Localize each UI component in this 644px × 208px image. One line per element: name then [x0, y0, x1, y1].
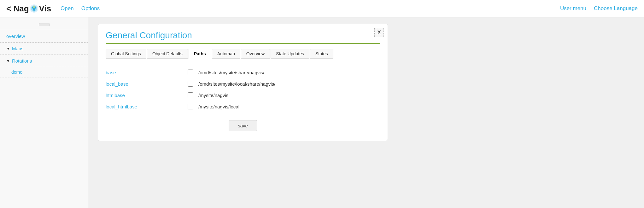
- close-button[interactable]: X: [374, 28, 384, 37]
- tab-state-updates[interactable]: State Updates: [271, 49, 309, 59]
- form-row: base/omd/sites/mysite/share/nagvis/: [106, 70, 380, 75]
- field-label-local_htmlbase: local_htmlbase: [106, 104, 188, 109]
- field-value-htmlbase: /mysite/nagvis: [198, 93, 228, 98]
- field-value-base: /omd/sites/mysite/share/nagvis/: [198, 70, 264, 75]
- logo[interactable]: < Nag Vis: [6, 3, 51, 14]
- field-checkbox-htmlbase[interactable]: [188, 92, 193, 98]
- form-row: local_base/omd/sites/mysite/local/share/…: [106, 81, 380, 87]
- field-value-local_htmlbase: /mysite/nagvis/local: [198, 104, 239, 109]
- logo-text-right: Vis: [39, 4, 51, 14]
- form-row: htmlbase/mysite/nagvis: [106, 92, 380, 98]
- svg-point-4: [33, 9, 35, 11]
- field-checkbox-local_base[interactable]: [188, 81, 193, 87]
- choose-language-link[interactable]: Choose Language: [594, 5, 638, 12]
- top-navigation: < Nag Vis Open Options User menu Choose …: [0, 0, 644, 17]
- options-menu[interactable]: Options: [81, 5, 100, 12]
- field-checkbox-local_htmlbase[interactable]: [188, 104, 193, 109]
- tab-automap[interactable]: Automap: [212, 49, 240, 59]
- sidebar-tab-bar: [5, 23, 83, 26]
- user-menu-link[interactable]: User menu: [560, 5, 586, 12]
- form-area: base/omd/sites/mysite/share/nagvis/local…: [106, 66, 380, 118]
- form-row: local_htmlbase/mysite/nagvis/local: [106, 104, 380, 109]
- tab-paths[interactable]: Paths: [189, 49, 211, 59]
- field-label-htmlbase: htmlbase: [106, 93, 188, 98]
- sidebar-maps-label: Maps: [12, 46, 24, 51]
- sidebar-rotations-label: Rotations: [12, 58, 32, 64]
- tabs-bar: Global SettingsObject DefaultsPathsAutom…: [106, 49, 380, 59]
- sidebar-section-maps[interactable]: ▼ Maps: [0, 43, 88, 55]
- config-title-divider: [106, 43, 380, 44]
- main-content: X General Configuration Global SettingsO…: [88, 17, 644, 208]
- field-checkbox-base[interactable]: [188, 70, 193, 75]
- tab-global-settings[interactable]: Global Settings: [106, 49, 146, 59]
- sidebar-top: [0, 21, 88, 30]
- main-layout: overview ▼ Maps ▼ Rotations demo X Gener…: [0, 17, 644, 208]
- tab-states[interactable]: States: [310, 49, 333, 59]
- sidebar: overview ▼ Maps ▼ Rotations demo: [0, 17, 88, 208]
- maps-arrow-icon: ▼: [6, 46, 10, 51]
- open-menu[interactable]: Open: [61, 5, 74, 12]
- field-label-base: base: [106, 70, 188, 75]
- nav-right: User menu Choose Language: [560, 5, 638, 12]
- sidebar-item-overview[interactable]: overview: [0, 30, 88, 42]
- sidebar-tab[interactable]: [39, 23, 50, 26]
- tab-overview[interactable]: Overview: [241, 49, 270, 59]
- field-value-local_base: /omd/sites/mysite/local/share/nagvis/: [198, 81, 275, 87]
- config-title: General Configuration: [106, 30, 380, 40]
- rotations-arrow-icon: ▼: [6, 59, 10, 63]
- logo-text-left: < Nag: [6, 4, 29, 14]
- save-button[interactable]: save: [229, 120, 257, 131]
- svg-point-3: [33, 6, 35, 9]
- sidebar-section-rotations[interactable]: ▼ Rotations: [0, 55, 88, 67]
- tab-object-defaults[interactable]: Object Defaults: [147, 49, 188, 59]
- sidebar-item-demo[interactable]: demo: [0, 67, 88, 77]
- logo-icon: [29, 3, 39, 14]
- config-panel: X General Configuration Global SettingsO…: [98, 24, 388, 141]
- field-label-local_base: local_base: [106, 81, 188, 87]
